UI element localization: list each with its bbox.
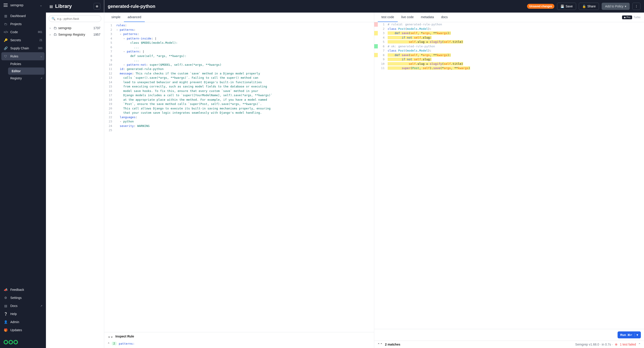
turbo-badge[interactable]: Turbo	[634, 16, 640, 19]
chevron-down-icon: ⌄	[40, 55, 42, 58]
book-icon: ▤	[4, 304, 8, 308]
nav-admin[interactable]: 👤Admin	[0, 318, 46, 326]
test-tabs: test code live code metadata docs ◆ Pro …	[374, 13, 644, 22]
library-icon: ▤	[50, 4, 53, 9]
tab-advanced[interactable]: advanced	[124, 13, 145, 22]
nav-list: ▥Dashboard 🗀Projects </>Code861 🔑Secrets…	[0, 10, 46, 286]
tab-metadata[interactable]: metadata	[417, 13, 438, 22]
inspect-label: patterns:	[119, 342, 134, 345]
logo	[0, 336, 46, 348]
nav-settings[interactable]: ⚙Settings	[0, 294, 46, 302]
nav-bottom: 📣Feedback ⚙Settings ▤Docs↗ ❔Help 👤Admin …	[0, 286, 46, 336]
nav-rules[interactable]: 🛡Rules⌄	[1, 52, 44, 60]
library-search: 🔍	[46, 13, 104, 25]
main-header: generated-rule-python Unsaved changes 💾S…	[104, 0, 644, 13]
save-button[interactable]: 💾Save	[557, 3, 576, 10]
shield-icon: 🛡	[4, 55, 8, 58]
fail-icon: ⊗	[615, 342, 618, 346]
gear-icon: ⚙	[4, 296, 8, 299]
folder-icon: 🗀	[54, 26, 57, 30]
unsaved-badge: Unsaved changes	[527, 4, 554, 9]
test-code-editor[interactable]: 1# ruleid: generated-rule-python2class P…	[374, 22, 644, 329]
inspect-title: Inspect Rule	[116, 334, 134, 338]
chevron-right-icon: ›	[50, 26, 52, 30]
add-to-policy-button[interactable]: Add to Policy▾	[602, 3, 630, 10]
nav-code[interactable]: </>Code861	[0, 28, 46, 36]
nav-registry[interactable]: Registry↗	[7, 75, 46, 82]
library-panel: ▤ Library ⊕ 🔍 › 🗀 semgrep 1737 › 🗀 Semgr…	[46, 0, 104, 348]
code-icon: </>	[4, 30, 8, 34]
help-icon: ❔	[4, 312, 8, 316]
org-name: semgrep	[10, 3, 37, 7]
tab-docs[interactable]: docs	[438, 13, 451, 22]
sidebar: semgrep ⌄ ▥Dashboard 🗀Projects </>Code86…	[0, 0, 46, 348]
search-input[interactable]	[57, 17, 98, 21]
chevron-down-icon: ▾	[625, 5, 626, 8]
inspect-panel: ⌄⌄ Inspect Rule ⌃ 2 patterns:	[104, 332, 374, 348]
nav-feedback[interactable]: 📣Feedback	[0, 286, 46, 294]
org-switcher[interactable]: semgrep ⌄	[0, 0, 46, 10]
pro-badge[interactable]: ◆ Pro	[622, 16, 632, 19]
save-icon: 💾	[560, 5, 564, 8]
nav-docs[interactable]: ▤Docs↗	[0, 302, 46, 310]
tree-item-semgrep[interactable]: › 🗀 semgrep 1737	[48, 25, 101, 31]
search-box[interactable]: 🔍	[48, 15, 101, 22]
nav-secrets[interactable]: 🔑Secrets21	[0, 36, 46, 44]
external-link-icon: ↗	[40, 304, 42, 307]
tab-simple[interactable]: simple	[108, 13, 124, 22]
plus-circle-icon: ⊕	[96, 5, 98, 8]
editor-tabs: simple advanced	[104, 13, 374, 22]
admin-icon: 👤	[4, 320, 8, 324]
test-pane: test code live code metadata docs ◆ Pro …	[374, 13, 644, 348]
chevron-down-icon: ▾	[634, 333, 638, 336]
search-icon: 🔍	[52, 17, 55, 21]
rule-title: generated-rule-python	[108, 4, 524, 9]
fail-text: 1 test failed	[620, 342, 636, 346]
tree-item-registry[interactable]: › 🗀 Semgrep Registry 1957	[48, 31, 101, 38]
chevron-collapse-icon: ⌄⌄	[108, 334, 113, 338]
library-header: ▤ Library ⊕	[46, 0, 104, 13]
external-link-icon: ↗	[40, 77, 42, 80]
inspect-body: ⌃ 2 patterns:	[104, 340, 374, 348]
folder-icon: 🗀	[4, 22, 8, 26]
link-icon: 🔗	[4, 47, 8, 50]
key-icon: 🔑	[4, 38, 8, 42]
share-button[interactable]: 🔒Share	[579, 3, 599, 10]
inspect-toggle[interactable]: ⌄⌄ Inspect Rule	[104, 332, 374, 340]
chevron-down-icon: ⌄	[40, 3, 42, 7]
tab-test-code[interactable]: test code	[378, 13, 398, 22]
status-bar: ⌃⌃ 2 matches Semgrep v1.68.0 · in 0.7s ·…	[374, 340, 644, 348]
dashboard-icon: ▥	[4, 14, 8, 18]
matches-count: 2 matches	[385, 342, 573, 346]
nav-help[interactable]: ❔Help	[0, 310, 46, 318]
chevron-up-icon[interactable]: ⌃	[638, 342, 641, 346]
nav-policies[interactable]: Policies	[7, 60, 46, 68]
chevron-right-icon: ›	[50, 33, 52, 36]
rule-code-editor[interactable]: 1234567891011121314151617181920212223242…	[104, 22, 374, 332]
chevron-up-icon[interactable]: ⌃	[108, 342, 110, 345]
expand-icon[interactable]: ⌃⌃	[377, 342, 383, 346]
more-menu-button[interactable]: ⋮	[632, 3, 640, 10]
folder-icon: 🗀	[54, 33, 57, 36]
nav-editor[interactable]: Editor	[8, 68, 44, 75]
kebab-icon: ⋮	[635, 5, 638, 8]
nav-supply-chain[interactable]: 🔗Supply Chain383	[0, 44, 46, 52]
library-tree: › 🗀 semgrep 1737 › 🗀 Semgrep Registry 19…	[46, 25, 104, 38]
nav-projects[interactable]: 🗀Projects	[0, 20, 46, 28]
run-bar: Run ⌘↵ ▾	[374, 329, 644, 340]
version-text: Semgrep v1.68.0 · in 0.7s ·	[575, 342, 613, 346]
nav-updates[interactable]: 🎁Updates	[0, 326, 46, 334]
tab-live-code[interactable]: live code	[398, 13, 417, 22]
main-area: generated-rule-python Unsaved changes 💾S…	[104, 0, 644, 348]
inspect-count: 2	[112, 342, 116, 345]
semgrep-logo-icon	[4, 340, 42, 344]
hamburger-icon	[4, 4, 8, 7]
run-button[interactable]: Run ⌘↵ ▾	[618, 331, 641, 338]
library-title: Library	[55, 3, 92, 9]
nav-rules-sub: Policies Editor Registry↗	[0, 60, 46, 82]
rule-editor-pane: simple advanced 123456789101112131415161…	[104, 13, 374, 348]
lock-icon: 🔒	[582, 5, 586, 8]
add-rule-button[interactable]: ⊕	[94, 3, 100, 10]
megaphone-icon: 📣	[4, 288, 8, 291]
nav-dashboard[interactable]: ▥Dashboard	[0, 12, 46, 20]
